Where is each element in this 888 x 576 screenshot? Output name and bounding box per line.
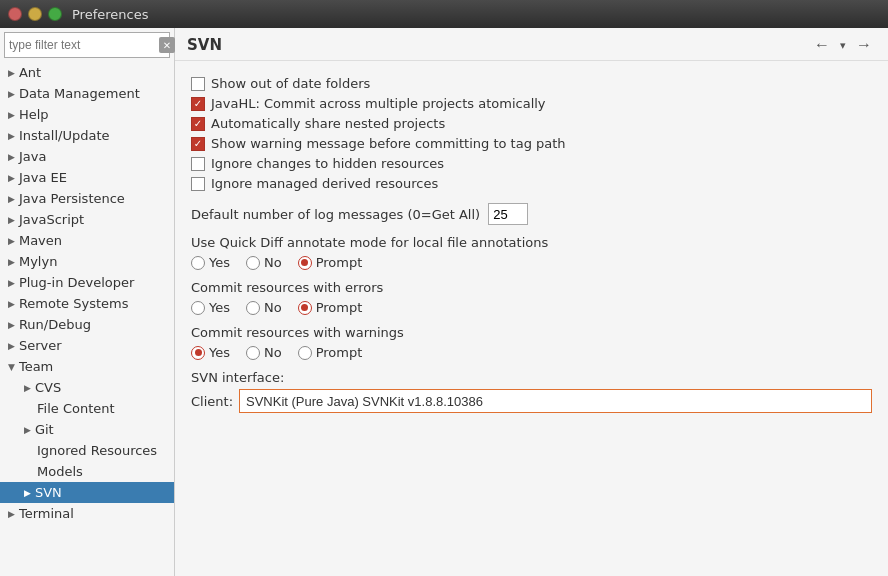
content-header: SVN ← ▾ → — [175, 28, 888, 61]
radio-option-qd-prompt[interactable]: Prompt — [298, 255, 363, 270]
radio-circle-ce-no — [246, 301, 260, 315]
content-title: SVN — [187, 36, 222, 54]
sidebar-item-java-persistence[interactable]: ▶Java Persistence — [0, 188, 174, 209]
radio-option-ce-yes[interactable]: Yes — [191, 300, 230, 315]
checkbox-show-out-of-date[interactable] — [191, 77, 205, 91]
maximize-button[interactable] — [48, 7, 62, 21]
search-input[interactable] — [9, 38, 159, 52]
radio-label-cw-yes: Yes — [209, 345, 230, 360]
sidebar-item-ant[interactable]: ▶Ant — [0, 62, 174, 83]
sidebar-item-label-team: Team — [19, 359, 53, 374]
expand-arrow-icon: ▶ — [8, 257, 15, 267]
sidebar-item-help[interactable]: ▶Help — [0, 104, 174, 125]
option-row-ignore-managed: Ignore managed derived resources — [191, 176, 872, 191]
radio-label-ce-yes: Yes — [209, 300, 230, 315]
checkbox-label-ignore-hidden: Ignore changes to hidden resources — [211, 156, 444, 171]
sidebar-item-label-plug-in-developer: Plug-in Developer — [19, 275, 134, 290]
sidebar-item-terminal[interactable]: ▶Terminal — [0, 503, 174, 524]
sidebar-item-label-git: Git — [35, 422, 54, 437]
sidebar-item-java[interactable]: ▶Java — [0, 146, 174, 167]
svn-interface-label: SVN interface: — [191, 370, 872, 385]
section-label-commit-warnings: Commit resources with warnings — [191, 325, 872, 340]
sidebar-item-label-cvs: CVS — [35, 380, 61, 395]
sidebar-item-install-update[interactable]: ▶Install/Update — [0, 125, 174, 146]
sidebar-item-maven[interactable]: ▶Maven — [0, 230, 174, 251]
sidebar-item-cvs[interactable]: ▶CVS — [0, 377, 174, 398]
expand-arrow-icon: ▶ — [8, 215, 15, 225]
sidebar-item-label-help: Help — [19, 107, 49, 122]
search-bar[interactable]: ✕ — [4, 32, 170, 58]
sidebar-item-git[interactable]: ▶Git — [0, 419, 174, 440]
sidebar-item-plug-in-developer[interactable]: ▶Plug-in Developer — [0, 272, 174, 293]
checkbox-label-ignore-managed: Ignore managed derived resources — [211, 176, 438, 191]
sidebar-item-label-java: Java — [19, 149, 46, 164]
client-row: Client: — [191, 389, 872, 413]
sidebar-item-label-server: Server — [19, 338, 62, 353]
sidebar-item-remote-systems[interactable]: ▶Remote Systems — [0, 293, 174, 314]
expand-arrow-icon: ▶ — [8, 320, 15, 330]
search-clear-button[interactable]: ✕ — [159, 37, 175, 53]
expand-arrow-icon: ▶ — [8, 236, 15, 246]
sidebar: ✕ ▶Ant▶Data Management▶Help▶Install/Upda… — [0, 28, 175, 576]
sidebar-item-javascript[interactable]: ▶JavaScript — [0, 209, 174, 230]
radio-option-ce-no[interactable]: No — [246, 300, 282, 315]
checkbox-ignore-hidden[interactable] — [191, 157, 205, 171]
radio-group-commit-warnings: YesNoPrompt — [191, 345, 872, 360]
sidebar-item-mylyn[interactable]: ▶Mylyn — [0, 251, 174, 272]
radio-label-ce-prompt: Prompt — [316, 300, 363, 315]
radio-label-cw-no: No — [264, 345, 282, 360]
option-row-show-out-of-date: Show out of date folders — [191, 76, 872, 91]
forward-button[interactable]: → — [852, 34, 876, 56]
expand-arrow-icon: ▶ — [8, 173, 15, 183]
sidebar-item-label-java-ee: Java EE — [19, 170, 67, 185]
sidebar-item-team[interactable]: ▼Team — [0, 356, 174, 377]
expand-arrow-icon: ▶ — [8, 299, 15, 309]
checkbox-javaHL-commit[interactable] — [191, 97, 205, 111]
radio-option-qd-yes[interactable]: Yes — [191, 255, 230, 270]
radio-circle-qd-prompt — [298, 256, 312, 270]
checkbox-show-warning-tag[interactable] — [191, 137, 205, 151]
close-button[interactable] — [8, 7, 22, 21]
sidebar-item-label-svn: SVN — [35, 485, 62, 500]
minimize-button[interactable] — [28, 7, 42, 21]
sidebar-item-svn[interactable]: ▶SVN — [0, 482, 174, 503]
sidebar-item-file-content[interactable]: File Content — [0, 398, 174, 419]
client-input[interactable] — [239, 389, 872, 413]
sidebar-item-server[interactable]: ▶Server — [0, 335, 174, 356]
radio-label-qd-yes: Yes — [209, 255, 230, 270]
titlebar: Preferences — [0, 0, 888, 28]
nav-dropdown-button[interactable]: ▾ — [838, 37, 848, 54]
radio-circle-cw-no — [246, 346, 260, 360]
log-messages-input[interactable] — [488, 203, 528, 225]
checkbox-ignore-managed[interactable] — [191, 177, 205, 191]
radio-option-qd-no[interactable]: No — [246, 255, 282, 270]
option-row-ignore-hidden: Ignore changes to hidden resources — [191, 156, 872, 171]
radio-option-cw-yes[interactable]: Yes — [191, 345, 230, 360]
sidebar-item-java-ee[interactable]: ▶Java EE — [0, 167, 174, 188]
back-button[interactable]: ← — [810, 34, 834, 56]
expand-arrow-icon: ▶ — [8, 194, 15, 204]
radio-option-cw-no[interactable]: No — [246, 345, 282, 360]
expand-arrow-icon: ▶ — [8, 152, 15, 162]
content-body: Show out of date foldersJavaHL: Commit a… — [175, 61, 888, 576]
radio-circle-ce-yes — [191, 301, 205, 315]
expand-arrow-icon: ▶ — [24, 488, 31, 498]
radio-option-cw-prompt[interactable]: Prompt — [298, 345, 363, 360]
sidebar-item-data-management[interactable]: ▶Data Management — [0, 83, 174, 104]
checkbox-auto-share-nested[interactable] — [191, 117, 205, 131]
expand-arrow-icon: ▶ — [8, 68, 15, 78]
nav-buttons: ← ▾ → — [810, 34, 876, 56]
sidebar-item-label-ignored-resources: Ignored Resources — [37, 443, 157, 458]
sidebar-item-models[interactable]: Models — [0, 461, 174, 482]
sidebar-item-label-java-persistence: Java Persistence — [19, 191, 125, 206]
sidebar-item-ignored-resources[interactable]: Ignored Resources — [0, 440, 174, 461]
radio-group-quick-diff: YesNoPrompt — [191, 255, 872, 270]
sidebar-item-label-mylyn: Mylyn — [19, 254, 57, 269]
expand-arrow-icon: ▶ — [8, 278, 15, 288]
main-layout: ✕ ▶Ant▶Data Management▶Help▶Install/Upda… — [0, 28, 888, 576]
radio-option-ce-prompt[interactable]: Prompt — [298, 300, 363, 315]
radio-circle-cw-yes — [191, 346, 205, 360]
log-messages-label: Default number of log messages (0=Get Al… — [191, 207, 480, 222]
sidebar-item-run-debug[interactable]: ▶Run/Debug — [0, 314, 174, 335]
content-panel: SVN ← ▾ → Show out of date foldersJavaHL… — [175, 28, 888, 576]
